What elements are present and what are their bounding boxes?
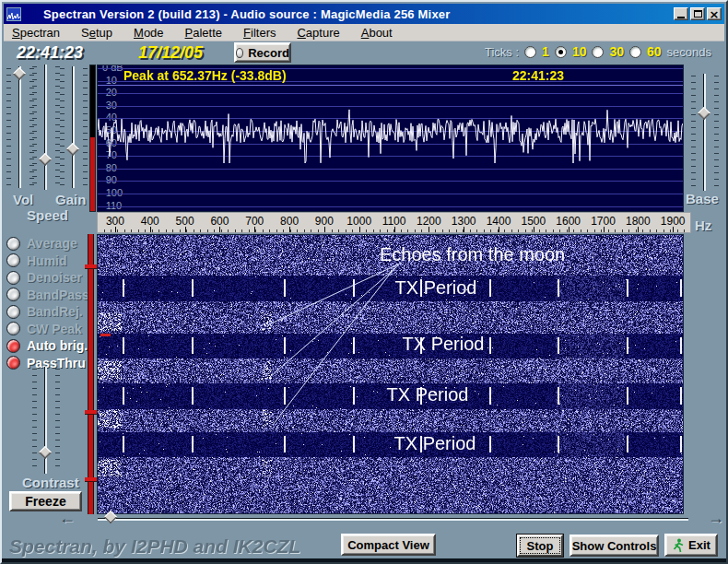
ticks-option-label: 60 (647, 44, 662, 59)
indicator-label: Auto brig. (27, 338, 88, 353)
gain-slider[interactable] (64, 66, 84, 188)
freq-tick-label: 1700 (586, 213, 621, 232)
waterfall-annotation: Echoes from the moon (380, 244, 565, 265)
speed-slider[interactable] (36, 65, 56, 190)
ticks-radio-1[interactable] (524, 46, 536, 58)
freq-tick-label: 600 (202, 213, 237, 232)
gain-label: Gain (55, 192, 86, 207)
freq-tick-label: 1900 (655, 213, 690, 232)
record-button[interactable]: Record (234, 42, 291, 63)
running-man-icon (672, 538, 684, 553)
speed-slider-thumb[interactable] (39, 153, 52, 166)
stop-button[interactable]: Stop (517, 535, 563, 557)
exit-label: Exit (688, 538, 710, 552)
menu-item-filters[interactable]: Filters (243, 26, 276, 40)
freq-tick-label: 1500 (516, 213, 551, 232)
indicator-row: BandPass (6, 288, 89, 302)
credit-text: Spectran, by I2PHD and IK2CZL (9, 535, 300, 558)
led-denoiser[interactable] (6, 271, 20, 285)
ticks-label: Ticks : (485, 45, 519, 59)
compact-view-button[interactable]: Compact View (341, 534, 436, 556)
led-bandpass[interactable] (6, 288, 20, 301)
tx-period-label: TX Period (395, 277, 477, 299)
gain-slider-thumb[interactable] (66, 143, 79, 156)
freq-tick-label: 900 (307, 213, 342, 232)
ticks-unit-label: seconds (667, 45, 711, 59)
led-average[interactable] (6, 237, 20, 251)
waterfall-canvas (98, 235, 684, 514)
freq-tick-label: 1400 (481, 213, 516, 232)
stop-label: Stop (527, 539, 554, 553)
indicator-label: Average (27, 236, 77, 251)
indicator-row: Denoiser (6, 270, 82, 285)
bottom-border (2, 558, 728, 564)
ticks-radio-30[interactable] (592, 46, 604, 58)
led-humid[interactable] (6, 253, 20, 267)
minimize-button[interactable] (674, 7, 688, 20)
contrast-slider[interactable] (36, 367, 56, 474)
freq-tick-label: 1600 (551, 213, 586, 232)
base-slider-thumb[interactable] (698, 107, 710, 120)
menu-item-capture[interactable]: Capture (297, 26, 339, 40)
menu-item-setup[interactable]: Setup (81, 26, 112, 40)
menu-item-spectran[interactable]: Spectran (12, 26, 60, 40)
signal-level-meter (89, 65, 96, 212)
show-controls-label: Show Controls (572, 539, 657, 553)
waterfall-display: Echoes from the moon TX PeriodTX PeriodT… (97, 234, 684, 514)
app-icon (6, 7, 21, 21)
indicator-label: Humid (27, 253, 67, 268)
freq-tick-label: 1000 (342, 213, 377, 232)
led-cw-peak[interactable] (6, 322, 20, 335)
record-label: Record (248, 46, 289, 60)
ticks-option-label: 1 (542, 44, 549, 59)
vol-slider[interactable] (10, 66, 30, 188)
ticks-radio-60[interactable] (629, 46, 641, 58)
indicator-row: Auto brig. (6, 338, 88, 353)
menu-item-mode[interactable]: Mode (134, 26, 164, 40)
date-display: 17/12/05 (138, 43, 203, 63)
minimize-icon (677, 17, 685, 18)
exit-button[interactable]: Exit (664, 534, 718, 557)
base-label: Base (686, 191, 719, 206)
tx-period-label: TX Period (387, 384, 469, 405)
title-bar[interactable]: Spectran Version 2 (build 213) - Audio s… (4, 4, 724, 24)
freq-tick-label: 300 (98, 213, 133, 232)
horizontal-slider-track[interactable] (98, 518, 688, 521)
menu-item-palette[interactable]: Palette (185, 26, 222, 40)
signal-level-red-bar (90, 137, 95, 211)
ticks-radio-10[interactable] (555, 46, 567, 58)
led-auto-brig-[interactable] (6, 339, 20, 353)
freeze-label: Freeze (25, 494, 65, 509)
contrast-label: Contrast (22, 475, 79, 490)
freq-tick-label: 1100 (377, 213, 412, 232)
vol-slider-thumb[interactable] (13, 67, 26, 80)
ticks-interval-group: Ticks : 1103060 seconds (485, 44, 711, 59)
show-controls-button[interactable]: Show Controls (569, 535, 659, 557)
record-icon (236, 48, 243, 58)
indicator-row: BandRej. (6, 304, 83, 319)
scroll-right-icon[interactable]: → (708, 509, 724, 528)
ticks-options: 1103060 (524, 44, 662, 59)
freq-tick-label: 1200 (411, 213, 446, 232)
led-bandrej-[interactable] (6, 305, 20, 319)
spectrum-display: 0 dB-10-20-30-40-50-60-70-80-90-100-110 … (97, 65, 684, 212)
compact-view-label: Compact View (347, 538, 429, 552)
tx-period-label: TX Period (394, 433, 476, 454)
base-slider[interactable] (695, 74, 715, 191)
scroll-left-icon[interactable]: ← (59, 509, 76, 528)
close-button[interactable] (707, 7, 722, 20)
menu-bar: SpectranSetupModePaletteFiltersCaptureAb… (4, 24, 724, 41)
freq-tick-label: 1800 (620, 213, 655, 232)
led-passthru[interactable] (6, 356, 20, 370)
menu-item-about[interactable]: About (361, 26, 393, 40)
peak-readout: Peak at 652.37Hz (-33.8dB) (123, 68, 287, 83)
waterfall-edge-marker (88, 234, 94, 514)
spectrum-trace-canvas (98, 65, 684, 212)
maximize-button[interactable] (690, 7, 705, 20)
freq-tick-label: 1300 (446, 213, 481, 232)
freq-tick-label: 400 (133, 213, 168, 232)
indicator-label: BandPass (27, 288, 89, 302)
contrast-slider-thumb[interactable] (39, 446, 52, 459)
spectrum-clock: 22:41:23 (512, 68, 564, 83)
indicator-row: Average (6, 236, 77, 251)
